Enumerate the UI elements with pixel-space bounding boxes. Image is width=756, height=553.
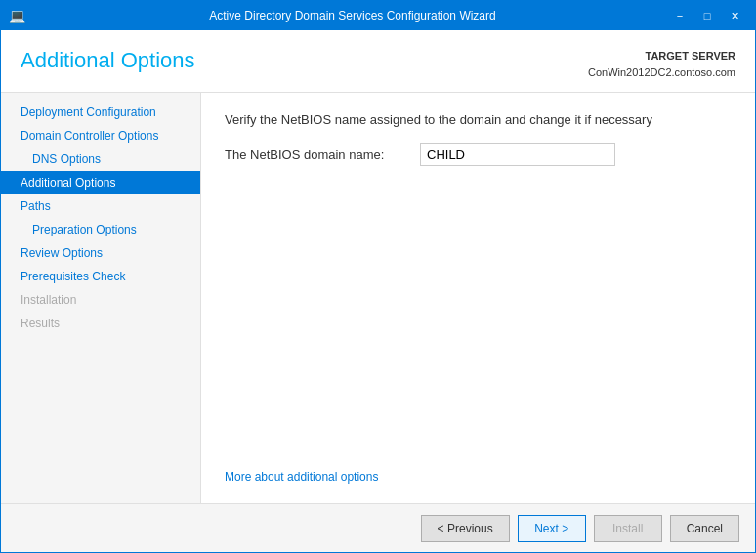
sidebar-item-prerequisites-check[interactable]: Prerequisites Check bbox=[1, 265, 200, 288]
target-server-label: TARGET SERVER bbox=[588, 48, 735, 64]
next-button[interactable]: Next > bbox=[518, 515, 586, 542]
sidebar-item-deployment[interactable]: Deployment Configuration bbox=[1, 101, 200, 124]
sidebar-item-dc-options[interactable]: Domain Controller Options bbox=[1, 124, 200, 148]
netbios-form-row: The NetBIOS domain name: bbox=[225, 143, 732, 166]
sidebar-item-preparation-options[interactable]: Preparation Options bbox=[1, 218, 200, 241]
right-panel: Verify the NetBIOS name assigned to the … bbox=[201, 93, 755, 503]
sidebar-item-dns-options[interactable]: DNS Options bbox=[1, 148, 200, 171]
netbios-input[interactable] bbox=[420, 143, 615, 166]
main-window: 💻 Active Directory Domain Services Confi… bbox=[0, 0, 756, 553]
sidebar-item-additional-options[interactable]: Additional Options bbox=[1, 171, 200, 194]
install-button[interactable]: Install bbox=[594, 515, 662, 542]
sidebar-item-paths[interactable]: Paths bbox=[1, 194, 200, 218]
main-area: Deployment ConfigurationDomain Controlle… bbox=[1, 93, 755, 503]
target-server-value: ConWin2012DC2.contoso.com bbox=[588, 66, 735, 78]
sidebar-item-review-options[interactable]: Review Options bbox=[1, 241, 200, 265]
sidebar-nav: Deployment ConfigurationDomain Controlle… bbox=[1, 93, 201, 503]
page-title: Additional Options bbox=[21, 48, 195, 73]
title-bar: 💻 Active Directory Domain Services Confi… bbox=[1, 1, 755, 30]
restore-button[interactable]: □ bbox=[694, 6, 720, 25]
previous-button[interactable]: < Previous bbox=[421, 515, 510, 542]
minimize-button[interactable]: − bbox=[667, 6, 693, 25]
sidebar-item-installation: Installation bbox=[1, 288, 200, 312]
page-header: Additional Options TARGET SERVER ConWin2… bbox=[1, 30, 755, 93]
window-controls: − □ ✕ bbox=[667, 6, 747, 25]
app-icon: 💻 bbox=[9, 8, 25, 23]
more-about-link[interactable]: More about additional options bbox=[225, 470, 732, 484]
content-area: Additional Options TARGET SERVER ConWin2… bbox=[1, 30, 755, 503]
cancel-button[interactable]: Cancel bbox=[670, 515, 739, 542]
sidebar-item-results: Results bbox=[1, 312, 200, 335]
panel-description: Verify the NetBIOS name assigned to the … bbox=[225, 112, 732, 127]
target-server-info: TARGET SERVER ConWin2012DC2.contoso.com bbox=[588, 48, 735, 80]
netbios-label: The NetBIOS domain name: bbox=[225, 148, 420, 162]
footer-bar: < Previous Next > Install Cancel bbox=[1, 503, 755, 552]
window-title: Active Directory Domain Services Configu… bbox=[38, 9, 667, 22]
close-button[interactable]: ✕ bbox=[722, 6, 747, 25]
